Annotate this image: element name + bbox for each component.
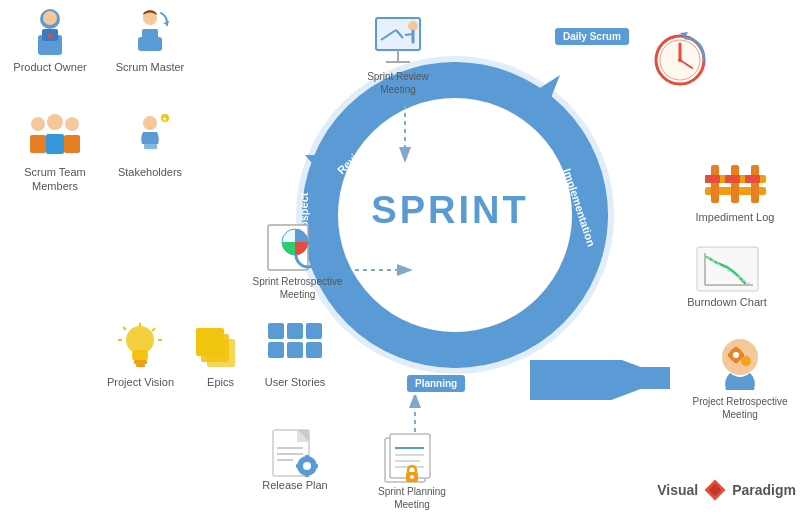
- svg-point-27: [47, 114, 63, 130]
- impediment-log-label: Impediment Log: [680, 210, 790, 224]
- stakeholders-label: Stakeholders: [105, 165, 195, 179]
- sprint-planning-icon-group: Sprint PlanningMeeting: [357, 430, 467, 511]
- user-stories-icon: [265, 320, 325, 375]
- svg-rect-58: [705, 175, 720, 183]
- product-owner-icon: [23, 5, 78, 60]
- sprint-planning-label: Sprint PlanningMeeting: [357, 485, 467, 511]
- review-arrow-down: [390, 105, 420, 165]
- svg-rect-60: [745, 175, 760, 183]
- sprint-review-label: Sprint ReviewMeeting: [348, 70, 448, 96]
- sprint-planning-icon: [380, 430, 445, 485]
- sprint-retro-icon: [263, 220, 333, 275]
- epics-label: Epics: [183, 375, 258, 389]
- release-plan-label: Release Plan: [255, 478, 335, 492]
- project-retro-icon: [708, 335, 773, 395]
- svg-rect-89: [306, 342, 322, 358]
- svg-rect-74: [134, 360, 147, 364]
- svg-rect-103: [390, 434, 430, 478]
- sprint-review-icon: [368, 10, 428, 70]
- svg-rect-56: [731, 165, 739, 203]
- project-retro-label: Project RetrospectiveMeeting: [685, 395, 795, 421]
- burndown-chart-label: Burndown Chart: [672, 295, 782, 309]
- planning-arrow: [530, 360, 690, 400]
- svg-point-51: [678, 58, 682, 62]
- vp-logo-brand: Paradigm: [732, 482, 796, 498]
- project-retro-icon-group: Project RetrospectiveMeeting: [685, 335, 795, 421]
- svg-text:★: ★: [162, 116, 167, 122]
- svg-rect-86: [306, 323, 322, 339]
- svg-point-29: [65, 117, 79, 131]
- badge-daily-scrum: Daily Scrum: [555, 28, 629, 45]
- svg-rect-88: [287, 342, 303, 358]
- impediment-log-icon: [703, 155, 768, 210]
- svg-line-46: [316, 263, 325, 272]
- product-owner-label: Product Owner: [5, 60, 95, 74]
- svg-rect-55: [711, 165, 719, 203]
- svg-rect-75: [136, 364, 145, 367]
- svg-rect-87: [268, 342, 284, 358]
- scrum-master-icon: [123, 5, 178, 60]
- user-stories-icon-group: User Stories: [255, 320, 335, 389]
- svg-point-73: [126, 326, 154, 354]
- svg-rect-30: [64, 135, 80, 153]
- svg-rect-26: [30, 135, 46, 153]
- impediment-log-icon-group: Impediment Log: [680, 155, 790, 224]
- sprint-circle: SPRINT: [300, 60, 600, 360]
- stakeholders-icon-group: ★ Stakeholders: [105, 110, 195, 179]
- scrum-master-label: Scrum Master: [105, 60, 195, 74]
- svg-rect-57: [751, 165, 759, 203]
- svg-rect-83: [201, 334, 229, 362]
- svg-rect-99: [305, 474, 309, 477]
- svg-rect-70: [728, 353, 731, 357]
- scrum-team-icon: [20, 110, 90, 165]
- svg-rect-68: [734, 347, 738, 350]
- release-plan-icon: [265, 428, 325, 478]
- burndown-chart-icon: [695, 245, 760, 295]
- svg-rect-98: [305, 455, 309, 458]
- project-vision-icon-group: Project Vision: [98, 320, 183, 389]
- svg-rect-69: [734, 360, 738, 363]
- user-stories-label: User Stories: [255, 375, 335, 389]
- scrum-team-label: Scrum TeamMembers: [5, 165, 105, 194]
- project-vision-label: Project Vision: [98, 375, 183, 389]
- retro-arrow-right: [355, 255, 415, 285]
- burndown-chart-icon-group: Burndown Chart: [672, 245, 782, 309]
- sprint-review-icon-group: Sprint ReviewMeeting: [348, 10, 448, 96]
- badge-planning: Planning: [407, 375, 465, 392]
- daily-scrum-icon: [650, 30, 710, 90]
- svg-point-109: [410, 475, 414, 479]
- svg-line-80: [152, 328, 155, 331]
- svg-rect-100: [296, 464, 299, 468]
- svg-rect-101: [315, 464, 318, 468]
- release-plan-icon-group: Release Plan: [255, 428, 335, 492]
- scrum-team-icon-group: Scrum TeamMembers: [5, 110, 105, 194]
- svg-point-67: [741, 356, 751, 366]
- project-vision-icon: [113, 320, 168, 375]
- svg-point-72: [733, 352, 739, 358]
- svg-point-97: [303, 462, 311, 470]
- svg-rect-85: [287, 323, 303, 339]
- svg-rect-28: [46, 134, 64, 154]
- vp-diamond-icon: [703, 478, 727, 502]
- svg-line-40: [405, 34, 413, 35]
- vp-logo-visual: Visual: [657, 482, 698, 498]
- sprint-label: SPRINT: [371, 189, 528, 232]
- product-owner-icon-group: Product Owner: [5, 5, 95, 74]
- svg-rect-32: [144, 144, 157, 149]
- epics-icon-group: Epics: [183, 320, 258, 389]
- svg-rect-59: [725, 175, 740, 183]
- sprint-retro-icon-group: Sprint RetrospectiveMeeting: [240, 220, 355, 301]
- daily-scrum-icon-group: [630, 30, 730, 90]
- svg-rect-84: [268, 323, 284, 339]
- vp-logo: Visual Paradigm: [657, 478, 796, 502]
- svg-point-31: [143, 116, 157, 130]
- diagram-container: Review Retrospect Implementation SPRINT …: [0, 0, 811, 512]
- sprint-retro-label: Sprint RetrospectiveMeeting: [240, 275, 355, 301]
- svg-point-25: [31, 117, 45, 131]
- svg-rect-71: [741, 353, 744, 357]
- svg-rect-23: [138, 37, 162, 51]
- svg-line-79: [123, 327, 126, 330]
- epics-icon: [193, 320, 248, 375]
- scrum-master-icon-group: Scrum Master: [105, 5, 195, 74]
- stakeholders-icon: ★: [123, 110, 178, 165]
